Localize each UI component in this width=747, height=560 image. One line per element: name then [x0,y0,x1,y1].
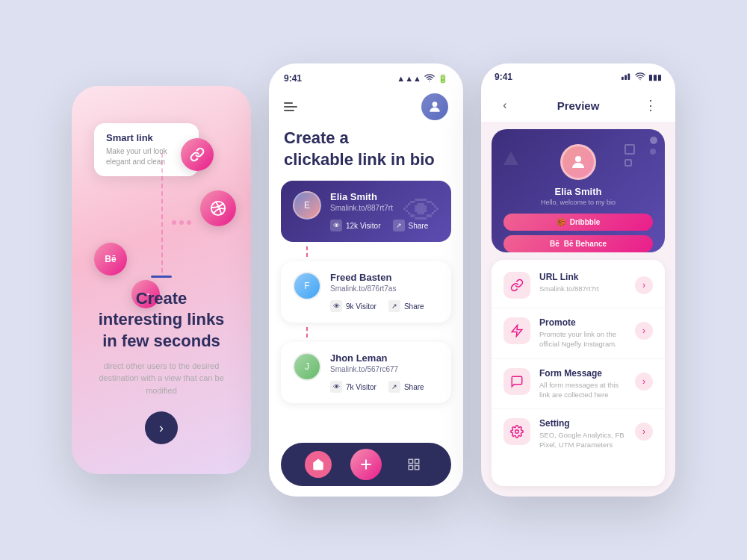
link-name-1: Freed Basten [330,272,439,283]
dots-decoration [172,220,191,225]
visitor-icon: 👁 [330,220,342,231]
behance-icon: Bē [94,243,127,276]
visitor-stat-1: 👁 9k Visitor [330,300,376,312]
svg-rect-6 [409,466,412,470]
nav-grid-button[interactable] [400,451,427,478]
ham-line-1 [284,102,293,104]
link-card-2[interactable]: J Jhon Leman Smalink.to/567rc677 👁 7k Vi… [281,342,451,403]
p3-time: 9:41 [495,72,512,82]
user-avatar[interactable] [421,93,448,120]
visitor-icon-2: 👁 [330,381,342,393]
menu-item-promote[interactable]: Promote Promote your link on the officia… [492,308,665,359]
p3-battery-icon: ▮▮▮ [648,73,662,81]
battery-icon: 🔋 [438,74,448,84]
svg-rect-5 [415,459,418,463]
preview-card: Elia Smith Hello, welcome to my bio 🏀 Dr… [492,129,665,252]
p2-title: Create a clickable link in bio [269,128,463,181]
preview-buttons: 🏀 Dribbble Bē Bē Behance [503,214,653,252]
dashed-line [161,153,163,273]
url-link-icon [503,272,530,299]
link-url-1: Smalink.to/876rt7as [330,284,439,293]
svg-rect-4 [409,459,412,463]
connector-1 [281,246,451,257]
link-avatar-2: J [293,352,321,381]
phones-container: Smart link Make your url look elegant an… [57,34,690,526]
get-started-button[interactable]: › [145,411,178,444]
svg-rect-7 [415,466,418,470]
p3-wifi-icon [635,71,645,83]
link-card-0[interactable]: 👁 E Elia Smith Smalink.to/887rt7rt 👁 12k… [281,181,451,242]
link-avatar-0: E [293,191,321,220]
setting-arrow[interactable]: › [635,423,653,441]
menu-button[interactable] [284,102,297,111]
preview-behance-btn[interactable]: Bē Bē Behance [503,235,653,252]
phone-2: 9:41 ▲▲▲ 🔋 [269,63,463,497]
p1-description: direct other users to the desired destin… [94,360,229,397]
visitor-stat-0: 👁 12k Visitor [330,220,381,231]
share-stat-2: ↗ Share [388,381,424,393]
link-card-1[interactable]: F Freed Basten Smalink.to/876rt7as 👁 9k … [281,261,451,323]
behance-btn-icon: Bē [550,240,560,248]
link-url-0: Smalink.to/887rt7rt [330,204,439,212]
form-message-icon [503,368,530,395]
phone-1-bottom: Create interesting links in few seconds … [72,276,251,444]
svg-point-13 [515,430,519,434]
p1-main-title: Create interesting links in few seconds [94,288,229,352]
preview-name: Elia Smith [503,186,653,197]
nav-home-button[interactable] [305,451,332,478]
link-url-2: Smalink.to/567rc677 [330,365,439,373]
ham-line-2 [284,106,297,108]
link-stats-1: 👁 9k Visitor ↗ Share [330,300,439,312]
preview-dots [650,137,657,155]
link-avatar-1: F [293,272,321,300]
dribbble-btn-icon: 🏀 [557,218,565,226]
wifi-icon [424,72,435,84]
svg-point-11 [575,156,581,162]
back-button[interactable]: ‹ [495,95,515,116]
ham-line-3 [284,110,294,111]
arrow-icon: › [159,420,164,436]
svg-point-1 [433,102,438,107]
share-icon-1: ↗ [388,300,400,312]
p3-status-bar: 9:41 ▮▮▮ [481,63,675,87]
promote-arrow[interactable]: › [635,322,653,340]
phone-3: 9:41 ▮▮▮ ‹ Preview [481,63,675,497]
p2-header [269,89,463,128]
preview-bio: Hello, welcome to my bio [503,199,653,206]
url-link-text: URL Link Smalink.to/887rt7rt [539,272,626,293]
status-icons: ▲▲▲ 🔋 [397,72,448,84]
promote-icon [503,317,530,344]
more-options-button[interactable]: ⋮ [641,95,662,116]
form-message-arrow[interactable]: › [635,373,653,391]
visitor-icon-1: 👁 [330,300,342,312]
svg-rect-9 [624,75,627,80]
nav-add-button[interactable] [350,449,382,480]
status-bar: 9:41 ▲▲▲ 🔋 [269,63,463,89]
promote-text: Promote Promote your link on the officia… [539,317,626,349]
share-stat-1: ↗ Share [388,300,424,312]
preview-avatar [560,144,596,180]
blue-dash [151,276,172,278]
setting-icon [503,418,530,445]
url-link-arrow[interactable]: › [635,276,653,294]
time-display: 9:41 [284,73,302,84]
menu-item-form-message[interactable]: Form Message All form messages at this l… [492,359,665,410]
form-message-text: Form Message All form messages at this l… [539,368,626,400]
preview-dribbble-btn[interactable]: 🏀 Dribbble [503,214,653,231]
dribbble-icon [200,190,236,226]
setting-text: Setting SEO, Google Analytics, FB Pixel,… [539,418,626,450]
p3-status-icons: ▮▮▮ [622,71,662,83]
p3-header-title: Preview [557,99,600,112]
bottom-nav [281,443,451,486]
link-icon [181,138,214,171]
p3-signal-icon [622,72,632,81]
share-icon-2: ↗ [388,381,400,393]
link-info-1: Freed Basten Smalink.to/876rt7as 👁 9k Vi… [330,272,439,312]
p3-header: ‹ Preview ⋮ [481,87,675,122]
menu-item-url-link[interactable]: URL Link Smalink.to/887rt7rt › [492,263,665,308]
svg-marker-12 [512,326,522,337]
p2-link-list: 👁 E Elia Smith Smalink.to/887rt7rt 👁 12k… [269,181,463,435]
p3-menu: URL Link Smalink.to/887rt7rt › Promote P… [492,260,665,486]
menu-item-setting[interactable]: Setting SEO, Google Analytics, FB Pixel,… [492,409,665,459]
signal-icon: ▲▲▲ [397,74,421,83]
